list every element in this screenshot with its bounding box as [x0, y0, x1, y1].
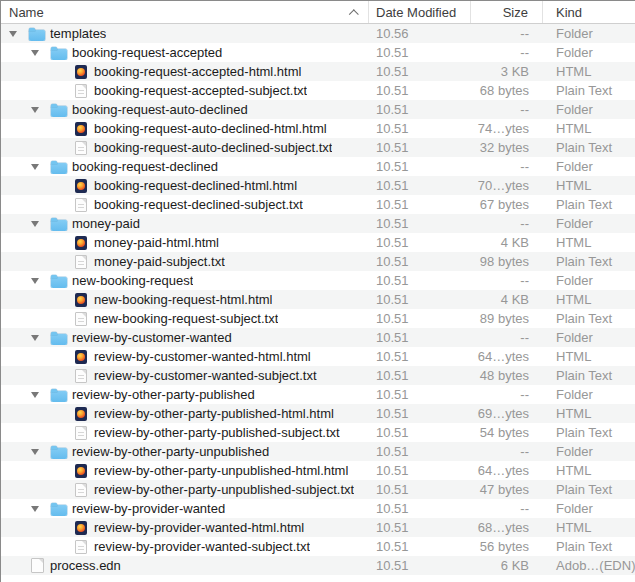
disclosure-triangle-icon[interactable]: [29, 278, 41, 284]
file-kind: Folder: [543, 45, 635, 60]
file-name: booking-request-declined: [72, 159, 218, 174]
disclosure-triangle-icon[interactable]: [29, 392, 41, 398]
file-size: 54 bytes: [471, 425, 543, 440]
file-row[interactable]: review-by-provider-wanted 10.51 -- Folde…: [1, 499, 635, 518]
name-cell: review-by-provider-wanted: [1, 501, 369, 516]
file-row[interactable]: booking-request-declined-subject.txt 10.…: [1, 195, 635, 214]
file-name: booking-request-auto-declined-subject.tx…: [94, 140, 332, 155]
column-header-size[interactable]: Size: [471, 1, 543, 23]
file-row[interactable]: review-by-customer-wanted 10.51 -- Folde…: [1, 328, 635, 347]
file-name: booking-request-auto-declined: [72, 102, 248, 117]
file-size: 70…ytes: [471, 178, 543, 193]
file-name: review-by-customer-wanted: [72, 330, 232, 345]
text-file-icon: [75, 141, 87, 155]
file-row[interactable]: new-booking-request-subject.txt 10.51 89…: [1, 309, 635, 328]
indent-spacer: [1, 128, 51, 129]
file-row[interactable]: process.edn 10.51 6 KB Adob…(EDN): [1, 556, 635, 575]
name-cell: booking-request-accepted: [1, 45, 369, 60]
column-header-date-modified[interactable]: Date Modified: [369, 1, 471, 23]
file-kind: HTML: [543, 178, 635, 193]
disclosure-triangle-icon[interactable]: [29, 506, 41, 512]
folder-icon: [51, 49, 67, 60]
file-row[interactable]: booking-request-auto-declined 10.51 -- F…: [1, 100, 635, 119]
date-modified: 10.51: [369, 558, 471, 573]
disclosure-triangle-icon[interactable]: [29, 50, 41, 56]
file-row[interactable]: review-by-provider-wanted-subject.txt 10…: [1, 537, 635, 556]
file-row[interactable]: review-by-provider-wanted-html.html 10.5…: [1, 518, 635, 537]
date-modified: 10.51: [369, 102, 471, 117]
date-modified: 10.51: [369, 387, 471, 402]
name-cell: review-by-provider-wanted-subject.txt: [1, 539, 369, 554]
folder-icon: [51, 391, 67, 402]
column-header-name[interactable]: Name: [1, 1, 369, 23]
file-row[interactable]: booking-request-declined 10.51 -- Folder: [1, 157, 635, 176]
file-row[interactable]: booking-request-auto-declined-subject.tx…: [1, 138, 635, 157]
disclosure-triangle-icon[interactable]: [7, 31, 19, 37]
disclosure-triangle-icon[interactable]: [29, 221, 41, 227]
date-modified: 10.51: [369, 292, 471, 307]
file-name: review-by-provider-wanted-html.html: [94, 520, 304, 535]
file-name: review-by-other-party-unpublished: [72, 444, 269, 459]
indent-spacer: [1, 375, 51, 376]
file-row[interactable]: booking-request-declined-html.html 10.51…: [1, 176, 635, 195]
disclosure-triangle-icon[interactable]: [29, 335, 41, 341]
column-header-name-label: Name: [9, 5, 44, 20]
file-row[interactable]: review-by-other-party-unpublished 10.51 …: [1, 442, 635, 461]
indent-spacer: [1, 223, 29, 224]
html-file-icon: [75, 350, 87, 364]
file-row[interactable]: review-by-other-party-published 10.51 --…: [1, 385, 635, 404]
file-row[interactable]: money-paid-html.html 10.51 4 KB HTML: [1, 233, 635, 252]
name-cell: review-by-customer-wanted-html.html: [1, 349, 369, 364]
file-row[interactable]: review-by-customer-wanted-subject.txt 10…: [1, 366, 635, 385]
file-row[interactable]: review-by-customer-wanted-html.html 10.5…: [1, 347, 635, 366]
disclosure-triangle-icon[interactable]: [29, 164, 41, 170]
file-row[interactable]: money-paid-subject.txt 10.51 98 bytes Pl…: [1, 252, 635, 271]
name-cell: new-booking-request-subject.txt: [1, 311, 369, 326]
file-row[interactable]: booking-request-accepted-html.html 10.51…: [1, 62, 635, 81]
edn-file-icon: [31, 558, 44, 573]
file-kind: Folder: [543, 102, 635, 117]
file-row[interactable]: new-booking-request-html.html 10.51 4 KB…: [1, 290, 635, 309]
file-row[interactable]: booking-request-auto-declined-html.html …: [1, 119, 635, 138]
date-modified: 10.51: [369, 368, 471, 383]
date-modified: 10.51: [369, 235, 471, 250]
file-kind: Plain Text: [543, 368, 635, 383]
date-modified: 10.51: [369, 121, 471, 136]
column-header-kind-label: Kind: [556, 5, 582, 20]
date-modified: 10.51: [369, 311, 471, 326]
file-row[interactable]: booking-request-accepted 10.51 -- Folder: [1, 43, 635, 62]
indent-spacer: [1, 280, 29, 281]
file-row[interactable]: review-by-other-party-published-subject.…: [1, 423, 635, 442]
file-name: templates: [50, 26, 106, 41]
date-modified: 10.51: [369, 159, 471, 174]
file-row[interactable]: review-by-other-party-published-html.htm…: [1, 404, 635, 423]
file-row[interactable]: booking-request-accepted-subject.txt 10.…: [1, 81, 635, 100]
file-kind: Adob…(EDN): [543, 558, 635, 573]
name-cell: new-booking-request: [1, 273, 369, 288]
html-file-icon: [75, 179, 87, 193]
disclosure-triangle-icon[interactable]: [29, 449, 41, 455]
date-modified: 10.51: [369, 216, 471, 231]
file-size: --: [471, 273, 543, 288]
indent-spacer: [1, 470, 51, 471]
name-cell: review-by-other-party-unpublished: [1, 444, 369, 459]
file-kind: Plain Text: [543, 539, 635, 554]
file-row[interactable]: review-by-other-party-unpublished-html.h…: [1, 461, 635, 480]
file-kind: Folder: [543, 330, 635, 345]
file-row[interactable]: money-paid 10.51 -- Folder: [1, 214, 635, 233]
file-name: booking-request-accepted: [72, 45, 222, 60]
column-header-kind[interactable]: Kind: [543, 1, 635, 23]
file-size: 67 bytes: [471, 197, 543, 212]
file-row[interactable]: templates 10.56 -- Folder: [1, 24, 635, 43]
file-kind: Folder: [543, 387, 635, 402]
file-row[interactable]: new-booking-request 10.51 -- Folder: [1, 271, 635, 290]
file-size: --: [471, 45, 543, 60]
file-size: --: [471, 444, 543, 459]
file-kind: HTML: [543, 292, 635, 307]
disclosure-triangle-icon[interactable]: [29, 107, 41, 113]
file-size: 64…ytes: [471, 349, 543, 364]
file-name: process.edn: [50, 558, 121, 573]
file-row[interactable]: review-by-other-party-unpublished-subjec…: [1, 480, 635, 499]
folder-icon: [29, 30, 45, 41]
name-cell: process.edn: [1, 558, 369, 573]
